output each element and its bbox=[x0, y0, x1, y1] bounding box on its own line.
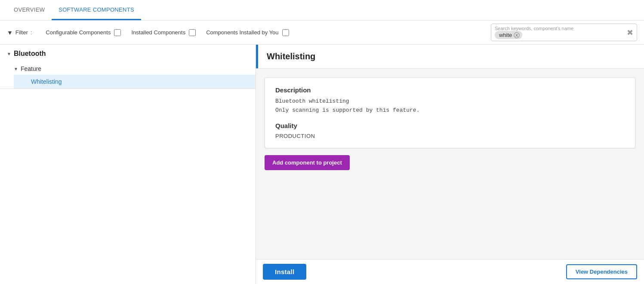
filter-bar: ▼ Filter : Configurable Components Insta… bbox=[0, 21, 644, 45]
sidebar-section-bluetooth-label: Bluetooth bbox=[14, 50, 46, 58]
search-tag-value: white bbox=[499, 32, 512, 38]
search-placeholder: Search keywords, component's name bbox=[495, 26, 573, 31]
sidebar-section-bluetooth[interactable]: ▼ Bluetooth bbox=[0, 45, 256, 63]
main-layout: ▼ Bluetooth ▼ Feature Whitelisting White… bbox=[0, 45, 644, 284]
description-label: Description bbox=[275, 86, 625, 94]
description-text: Bluetooth whitelisting Only scanning is … bbox=[275, 97, 625, 115]
filter-text: Filter bbox=[15, 29, 28, 36]
install-button[interactable]: Install bbox=[263, 264, 306, 280]
search-box[interactable]: Search keywords, component's name white … bbox=[491, 24, 637, 41]
sidebar-subsection-feature-label: Feature bbox=[21, 65, 41, 72]
filter-installed-checkbox[interactable] bbox=[189, 29, 196, 36]
quality-value: PRODUCTION bbox=[275, 133, 625, 139]
sidebar-item-whitelisting-label: Whitelisting bbox=[31, 78, 62, 85]
sidebar: ▼ Bluetooth ▼ Feature Whitelisting bbox=[0, 45, 256, 284]
filter-configurable-checkbox[interactable] bbox=[114, 29, 121, 36]
bottom-bar: Install View Dependencies bbox=[256, 259, 644, 284]
search-tag-close-icon[interactable]: ⓧ bbox=[514, 32, 520, 38]
description-line1: Bluetooth whitelisting bbox=[275, 97, 625, 106]
filter-icon: ▼ bbox=[7, 29, 13, 36]
filter-installed-by-you-checkbox[interactable] bbox=[282, 29, 289, 36]
filter-configurable[interactable]: Configurable Components bbox=[46, 29, 121, 36]
filter-installed-label: Installed Components bbox=[131, 29, 185, 36]
tab-overview[interactable]: OVERVIEW bbox=[7, 0, 52, 20]
add-component-button[interactable]: Add component to project bbox=[265, 155, 350, 170]
description-line2: Only scanning is supported by this featu… bbox=[275, 106, 625, 115]
bluetooth-arrow-icon: ▼ bbox=[7, 52, 11, 56]
sidebar-item-whitelisting[interactable]: Whitelisting bbox=[14, 75, 256, 89]
top-nav: OVERVIEW SOFTWARE COMPONENTS bbox=[0, 0, 644, 21]
filter-installed-by-you-label: Components Installed by You bbox=[206, 29, 278, 36]
detail-title: Whitelisting bbox=[258, 45, 324, 68]
search-tag: white ⓧ bbox=[495, 31, 522, 39]
right-panel: Whitelisting Description Bluetooth white… bbox=[256, 45, 644, 284]
sidebar-subsection-feature: ▼ Feature Whitelisting bbox=[0, 63, 256, 89]
tab-software-components[interactable]: SOFTWARE COMPONENTS bbox=[52, 0, 141, 20]
filter-installed-by-you[interactable]: Components Installed by You bbox=[206, 29, 289, 36]
detail-content: Description Bluetooth whitelisting Only … bbox=[256, 69, 644, 259]
search-clear-icon[interactable]: ✖ bbox=[627, 28, 633, 37]
sidebar-divider bbox=[0, 89, 256, 89]
filter-installed[interactable]: Installed Components bbox=[131, 29, 196, 36]
view-dependencies-button[interactable]: View Dependencies bbox=[566, 264, 637, 279]
quality-label: Quality bbox=[275, 122, 625, 129]
feature-arrow-icon: ▼ bbox=[14, 67, 18, 71]
filter-configurable-label: Configurable Components bbox=[46, 29, 111, 36]
detail-header: Whitelisting bbox=[256, 45, 644, 69]
filter-separator: : bbox=[31, 29, 32, 36]
filter-label-group: ▼ Filter : bbox=[7, 29, 35, 36]
info-card: Description Bluetooth whitelisting Only … bbox=[265, 77, 635, 148]
sidebar-subsection-feature-header[interactable]: ▼ Feature bbox=[14, 63, 256, 75]
